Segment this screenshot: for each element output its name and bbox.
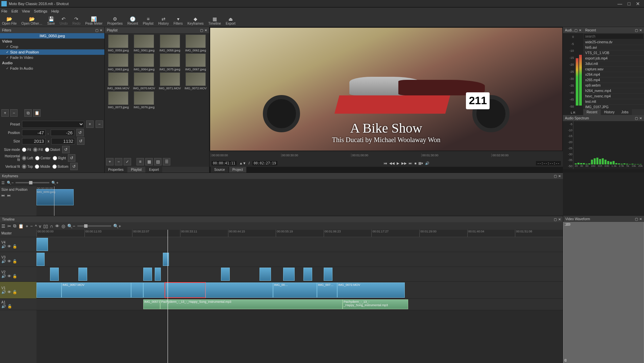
- hide-icon[interactable]: 👁: [7, 244, 11, 249]
- pos-x-input[interactable]: [22, 130, 46, 136]
- playlist-button[interactable]: ≡Playlist: [143, 16, 154, 25]
- filter-item[interactable]: Fade In Audio: [0, 66, 104, 71]
- size-h-input[interactable]: [51, 138, 75, 144]
- center-radio[interactable]: Center: [35, 156, 51, 160]
- playlist-thumb[interactable]: IMG_0076.jpeg: [132, 91, 156, 109]
- copy-button[interactable]: ⧉: [13, 223, 16, 229]
- left-radio[interactable]: Left: [22, 156, 33, 160]
- keyframe-playhead[interactable]: [54, 186, 54, 216]
- timeline-clip[interactable]: [155, 268, 161, 281]
- menu-edit[interactable]: Edit: [11, 9, 18, 13]
- track-v2[interactable]: [36, 267, 563, 282]
- timeline-clip[interactable]: IMG_00…: [273, 282, 317, 298]
- keyframe-track[interactable]: 00:00:00:00 IMG_0050.jpeg: [36, 186, 563, 216]
- recent-search-input[interactable]: [584, 34, 643, 39]
- filters-button[interactable]: ▾Filters: [173, 16, 182, 25]
- tl-zoomin-button[interactable]: 🔍+: [113, 224, 121, 229]
- reset-vfit-button[interactable]: ↺: [70, 163, 78, 170]
- recent-item[interactable]: hevc_nvenc.mp4: [583, 94, 644, 99]
- tab-recent[interactable]: Recent: [583, 109, 601, 115]
- track-head-v3[interactable]: V3🔊👁🔓: [0, 252, 36, 267]
- save-button[interactable]: 💾Save: [47, 16, 55, 25]
- undo-button[interactable]: ↶Undo: [59, 16, 68, 25]
- timeline-button[interactable]: ▦Timeline: [208, 16, 221, 25]
- preset-remove-button[interactable]: −: [96, 120, 103, 128]
- timecode-current[interactable]: 00:00:41:11: [212, 161, 237, 165]
- append-button[interactable]: +: [26, 224, 28, 229]
- recent-item[interactable]: x264.mp4: [583, 72, 644, 77]
- timeline-clip[interactable]: [143, 268, 152, 281]
- skip-end-button[interactable]: ⏭: [409, 161, 412, 165]
- playlist-thumb[interactable]: IMG_0072.MOV: [183, 72, 208, 90]
- forward-button[interactable]: ▶▶: [401, 161, 407, 165]
- playlist-thumb[interactable]: IMG_0070.MOV: [132, 72, 156, 90]
- middle-radio[interactable]: Middle: [35, 164, 50, 169]
- tab-source[interactable]: Source: [211, 167, 228, 173]
- preset-combo[interactable]: [22, 121, 84, 128]
- timeline-clip[interactable]: [36, 253, 45, 266]
- tab-playlist[interactable]: Playlist: [128, 167, 145, 173]
- reset-position-button[interactable]: ↺: [76, 129, 84, 136]
- playlist-thumb[interactable]: IMG_0067.jpeg: [183, 53, 208, 71]
- playlist-thumb[interactable]: IMG_0061.jpeg: [132, 35, 156, 52]
- top-radio[interactable]: Top: [22, 164, 33, 169]
- viewer-preview[interactable]: 211 A Bike Show This Ducati by Michael W…: [210, 28, 562, 151]
- recent-item[interactable]: VTS_01_1.VOB: [583, 50, 644, 56]
- fit-radio[interactable]: Fit: [22, 148, 31, 152]
- track-head-v1[interactable]: V1🔊👁🔓: [0, 282, 36, 299]
- mute-icon[interactable]: 🔊: [1, 244, 6, 249]
- pos-y-input[interactable]: [51, 130, 74, 136]
- peakmeter-button[interactable]: 📊Peak Meter: [85, 16, 102, 25]
- track-head-v2[interactable]: V2🔊👁🔓: [0, 267, 36, 282]
- track-v3[interactable]: [36, 252, 563, 267]
- close-panel-icon[interactable]: ✕: [100, 28, 102, 32]
- fill-radio[interactable]: Fill: [33, 148, 43, 152]
- timeline-clip[interactable]: [131, 282, 143, 298]
- timeline-clip[interactable]: IMG_0072.MOV: [337, 282, 405, 298]
- recent-item[interactable]: wide25-cinema.dv: [583, 40, 644, 45]
- timeline-clip[interactable]: [303, 268, 312, 281]
- kf-zoomout-button[interactable]: 🔍−: [7, 181, 14, 185]
- remove-filter-button[interactable]: −: [10, 109, 18, 117]
- stop-button[interactable]: ■: [414, 161, 416, 165]
- properties-button[interactable]: ⚙Properties: [107, 16, 123, 25]
- open-other-button[interactable]: 📂Open Other…: [21, 16, 42, 25]
- timeline-clip[interactable]: [163, 253, 169, 266]
- timeline-clip[interactable]: IMG_0057.MO: [143, 299, 160, 309]
- tl-menu-button[interactable]: ☰: [1, 224, 5, 229]
- history-button[interactable]: ⇄History: [158, 16, 169, 25]
- playlist-thumb[interactable]: IMG_0059.jpeg: [106, 35, 130, 52]
- paste-button[interactable]: 📋: [18, 224, 24, 229]
- timeline-clip[interactable]: [259, 268, 271, 281]
- recent-item[interactable]: capture.wav: [583, 67, 644, 72]
- timeline-clip[interactable]: Pachyderm_-_13_-_Happy_Song_instrumental…: [343, 299, 408, 309]
- playlist-thumb[interactable]: IMG_0066.MOV: [106, 72, 130, 90]
- playlist-thumb[interactable]: IMG_0063.jpeg: [106, 53, 130, 71]
- timeline-clip[interactable]: IMG_0057.MOV: [61, 282, 131, 298]
- filter-item[interactable]: Crop: [0, 44, 104, 49]
- playlist-thumb[interactable]: IMG_0075.jpeg: [158, 53, 182, 71]
- playlist-icons-view-button[interactable]: ▤: [154, 158, 162, 165]
- timeline-ruler[interactable]: 00:00:00:0000:00:11:0300:00:22:0700:00:3…: [36, 230, 563, 237]
- recent-item[interactable]: hiri5.avi: [583, 45, 644, 50]
- kf-zoomin-button[interactable]: 🔍+: [51, 181, 58, 185]
- redo-button[interactable]: ↷Redo: [72, 16, 80, 25]
- snap-button[interactable]: ∩: [50, 224, 53, 229]
- recent-item[interactable]: test.mlt: [583, 99, 644, 105]
- playlist-add-button[interactable]: +: [106, 158, 114, 165]
- bottom-radio[interactable]: Bottom: [52, 164, 69, 169]
- timeline-clip[interactable]: IMG_007…: [317, 282, 337, 298]
- viewer-ruler[interactable]: 00:00:00:0000:00:30:0000:01:00:0000:01:3…: [209, 151, 563, 159]
- playlist-thumb[interactable]: IMG_0073.jpeg: [106, 91, 130, 109]
- timeline-clip[interactable]: Pachyderm_-_13_-_Happy_Song_instrumental…: [160, 299, 343, 309]
- recent-item[interactable]: x265.mp4: [583, 77, 644, 83]
- dock-icon[interactable]: ▢: [200, 28, 203, 32]
- track-head-a1[interactable]: A1🔊🔓: [0, 299, 36, 310]
- timeline-clip[interactable]: [221, 268, 230, 281]
- timeline-clip[interactable]: [36, 282, 61, 298]
- ripple-button[interactable]: ◎: [61, 224, 65, 229]
- add-filter-button[interactable]: +: [1, 109, 9, 117]
- menu-view[interactable]: View: [22, 9, 30, 13]
- playlist-check-button[interactable]: ✓: [124, 158, 131, 165]
- track-head-v4[interactable]: V4🔊👁🔓: [0, 237, 36, 252]
